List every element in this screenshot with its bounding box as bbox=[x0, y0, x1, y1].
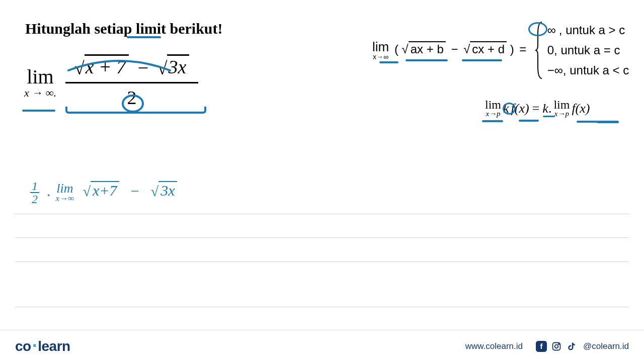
ruled-line bbox=[15, 214, 629, 214]
annotation-underline bbox=[597, 121, 619, 123]
equals: = bbox=[529, 101, 543, 116]
main-limit-expression: lim x → ∞. √x + 7 − √3x 2 bbox=[24, 55, 198, 109]
lim-subscript: x→p bbox=[553, 111, 570, 118]
annotation-underline bbox=[482, 120, 503, 122]
annotation-underline bbox=[462, 59, 502, 61]
brand-logo: co·learn bbox=[15, 338, 70, 354]
ruled-line bbox=[15, 307, 629, 307]
annotation-circle bbox=[503, 103, 516, 115]
lim-subscript: x → ∞. bbox=[24, 86, 56, 100]
sqrt-arg: cx + d bbox=[470, 41, 507, 56]
facebook-icon: f bbox=[536, 341, 547, 352]
annotation-circle bbox=[528, 22, 547, 36]
annotation-underline bbox=[22, 110, 55, 112]
annotation-underline bbox=[577, 121, 598, 123]
constant-k: k bbox=[542, 101, 548, 116]
numerator: 1 bbox=[30, 180, 39, 193]
case-value: −∞, bbox=[547, 63, 567, 77]
minus-sign: − bbox=[123, 183, 147, 199]
limit-rule-formula: lim x→∞ ( √ax + b − √cx + d ) = ∞, untuk… bbox=[372, 20, 629, 80]
lim-subscript: x→p bbox=[485, 111, 501, 118]
svg-point-1 bbox=[555, 344, 558, 348]
page-title: Hitunglah setiap limit berikut! bbox=[25, 20, 223, 37]
instagram-icon bbox=[551, 341, 562, 352]
svg-point-2 bbox=[558, 343, 559, 344]
lim-word: lim bbox=[485, 100, 501, 111]
ruled-line bbox=[15, 261, 629, 262]
annotation-underline bbox=[127, 36, 161, 38]
minus-sign: − bbox=[134, 57, 152, 78]
case-condition: untuk a > c bbox=[566, 23, 625, 37]
social-links: f @colearn.id bbox=[536, 341, 629, 352]
lim-word: lim bbox=[553, 100, 570, 111]
annotation-bracket bbox=[65, 107, 206, 114]
footer: co·learn www.colearn.id f @colearn.id bbox=[0, 330, 644, 362]
function-fx: f(x) bbox=[572, 101, 590, 116]
annotation-underline bbox=[519, 120, 539, 122]
case-condition: untuk a = c bbox=[560, 43, 620, 57]
dot-operator: . bbox=[47, 183, 51, 199]
sqrt-arg: ax + b bbox=[409, 41, 446, 56]
ruled-line bbox=[15, 237, 629, 238]
lim-subscript: x→∞ bbox=[56, 195, 74, 203]
sqrt-arg: x+7 bbox=[91, 181, 119, 199]
lim-word: lim bbox=[372, 40, 389, 53]
sqrt-arg: 3x bbox=[158, 181, 177, 199]
lim-word: lim bbox=[56, 183, 74, 195]
social-handle: @colearn.id bbox=[583, 341, 629, 351]
logo-co: co bbox=[15, 338, 31, 354]
lim-word: lim bbox=[24, 65, 56, 88]
denominator: 2 bbox=[30, 193, 39, 205]
lim-subscript: x→∞ bbox=[372, 53, 389, 60]
sqrt-arg-1: x + 7 bbox=[85, 54, 129, 78]
annotation-underline bbox=[406, 59, 448, 61]
sqrt-arg-2: 3x bbox=[167, 54, 189, 78]
handwritten-step: 1 2 . lim x→∞ √x+7 − √3x bbox=[30, 180, 177, 205]
case-value: 0, bbox=[547, 43, 557, 57]
website-url: www.colearn.id bbox=[465, 341, 523, 351]
scalar-multiple-rule: lim x→p k f(x) = k . lim x→p f(x) bbox=[483, 100, 590, 117]
tiktok-icon bbox=[566, 341, 577, 352]
case-value: ∞ bbox=[547, 23, 556, 37]
case-condition: untuk a < c bbox=[570, 63, 629, 77]
annotation-underline bbox=[379, 61, 398, 63]
annotation-underline bbox=[543, 116, 555, 117]
dot-operator: . bbox=[548, 101, 552, 116]
logo-learn: learn bbox=[38, 338, 70, 354]
equals: = bbox=[517, 42, 528, 56]
